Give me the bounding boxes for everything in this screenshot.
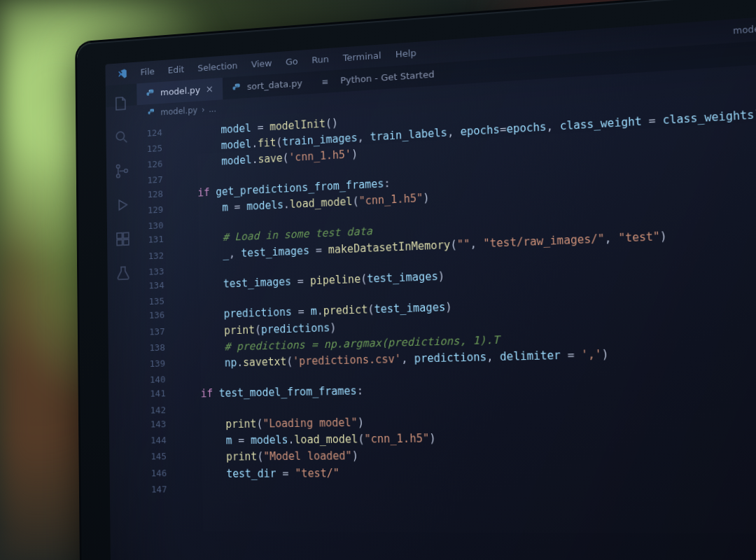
laptop-bezel: File Edit Selection View Go Run Terminal… bbox=[77, 0, 756, 560]
code-content[interactable]: print("Loading model") bbox=[176, 414, 364, 433]
line-number: 140 bbox=[147, 372, 176, 387]
line-number: 144 bbox=[148, 433, 177, 450]
python-icon bbox=[232, 83, 242, 93]
line-number: 145 bbox=[148, 449, 177, 466]
line-number: 133 bbox=[146, 264, 175, 279]
vscode-icon bbox=[117, 68, 127, 79]
line-number: 138 bbox=[146, 340, 176, 357]
line-number: 146 bbox=[148, 466, 177, 483]
line-number: 132 bbox=[145, 248, 174, 265]
files-icon[interactable] bbox=[113, 95, 129, 113]
code-content[interactable]: print("Model loaded") bbox=[177, 448, 358, 466]
line-number: 135 bbox=[146, 294, 175, 309]
menu-help[interactable]: Help bbox=[395, 46, 416, 62]
editor-screen: File Edit Selection View Go Run Terminal… bbox=[105, 6, 756, 560]
code-content[interactable]: if test_model_from_frames: bbox=[176, 383, 363, 402]
line-number: 124 bbox=[144, 125, 173, 143]
line-number: 143 bbox=[147, 417, 176, 434]
breadcrumb-file: model.py bbox=[160, 104, 197, 119]
line-number: 134 bbox=[146, 278, 175, 295]
tab-label: model.py bbox=[160, 83, 200, 99]
code-content[interactable]: m = models.load_model("cnn_1.h5") bbox=[177, 430, 436, 450]
line-number: 131 bbox=[145, 232, 174, 250]
tab-label: Python - Get Started bbox=[340, 67, 435, 88]
chevron-right-icon: › bbox=[202, 104, 205, 116]
hamburger-icon: ≡ bbox=[321, 75, 329, 88]
menu-go[interactable]: Go bbox=[286, 55, 298, 69]
code-editor[interactable]: 124 model = modelInit()125 model.fit(tra… bbox=[106, 76, 756, 497]
line-number: 136 bbox=[146, 308, 176, 325]
close-icon[interactable]: × bbox=[206, 82, 214, 97]
line-number: 128 bbox=[144, 186, 174, 204]
menu-run[interactable]: Run bbox=[312, 52, 329, 68]
line-number: 139 bbox=[146, 356, 176, 373]
python-icon bbox=[148, 108, 157, 118]
menu-edit[interactable]: Edit bbox=[168, 63, 185, 78]
line-number: 137 bbox=[146, 324, 176, 341]
code-content[interactable]: test_dir = "test/" bbox=[177, 465, 340, 482]
workspace-title: model.py - workout_tracker-master bbox=[733, 12, 756, 38]
line-number: 129 bbox=[145, 202, 174, 220]
breadcrumb-rest: ... bbox=[209, 103, 216, 116]
line-number: 125 bbox=[144, 141, 174, 158]
line-number: 130 bbox=[145, 218, 174, 234]
menu-selection[interactable]: Selection bbox=[197, 59, 238, 76]
line-number: 147 bbox=[148, 482, 178, 496]
line-number: 142 bbox=[147, 403, 176, 418]
menu-view[interactable]: View bbox=[251, 57, 272, 72]
tab-label: sort_data.py bbox=[247, 76, 302, 94]
line-number: 141 bbox=[147, 386, 176, 403]
laptop-frame: File Edit Selection View Go Run Terminal… bbox=[77, 0, 756, 560]
python-icon bbox=[146, 88, 155, 98]
line-number: 126 bbox=[144, 157, 174, 174]
line-number: 127 bbox=[144, 173, 174, 188]
menu-file[interactable]: File bbox=[140, 65, 155, 80]
menu-terminal[interactable]: Terminal bbox=[342, 49, 381, 66]
